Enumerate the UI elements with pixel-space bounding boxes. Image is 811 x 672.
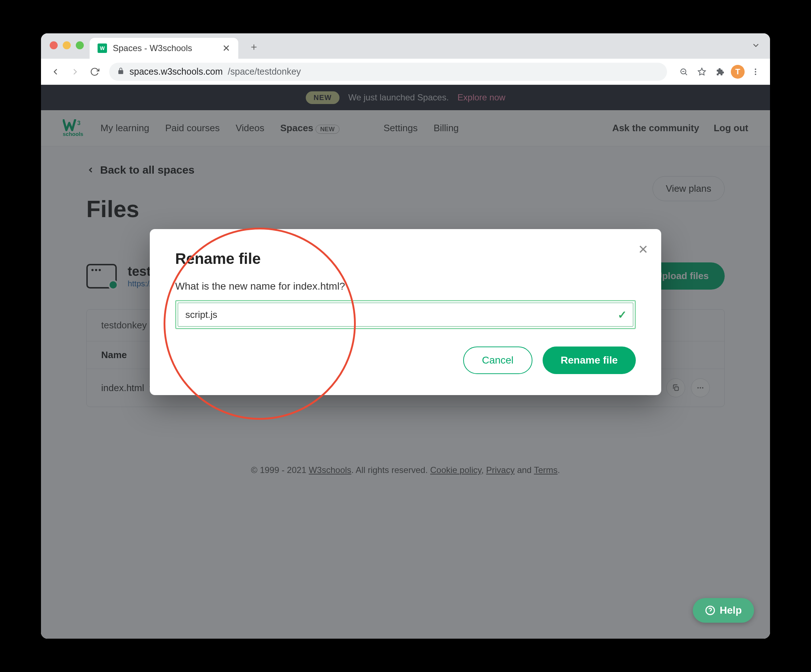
footer: © 1999 - 2021 W3schools. All rights rese… bbox=[87, 465, 724, 475]
footer-cookie-link[interactable]: Cookie policy bbox=[430, 465, 481, 475]
top-nav: 3 schools My learning Paid courses Video… bbox=[41, 110, 770, 146]
logo[interactable]: 3 schools bbox=[63, 119, 85, 137]
announcement-banner: NEW We just launched Spaces. Explore now bbox=[41, 85, 770, 110]
bookmark-star-icon[interactable] bbox=[695, 64, 709, 79]
modal-close-button[interactable]: ✕ bbox=[638, 242, 648, 257]
new-badge: NEW bbox=[306, 91, 340, 104]
close-window-button[interactable] bbox=[50, 41, 58, 49]
space-window-icon bbox=[87, 264, 117, 288]
new-tab-button[interactable]: ＋ bbox=[247, 40, 261, 54]
w3-logo-icon: 3 bbox=[63, 119, 85, 132]
rename-file-button[interactable]: Rename file bbox=[543, 347, 636, 374]
banner-link[interactable]: Explore now bbox=[457, 92, 505, 103]
nav-paid-courses[interactable]: Paid courses bbox=[165, 122, 219, 134]
nav-back-button[interactable] bbox=[48, 64, 63, 79]
page-title: Files bbox=[87, 196, 139, 223]
svg-point-11 bbox=[700, 387, 701, 389]
favicon-icon: W bbox=[98, 44, 107, 53]
help-icon bbox=[705, 605, 715, 616]
nav-logout[interactable]: Log out bbox=[714, 122, 748, 134]
nav-spaces[interactable]: SpacesNEW bbox=[280, 122, 339, 134]
logo-subtext: schools bbox=[63, 131, 83, 137]
footer-brand-link[interactable]: W3schools bbox=[309, 465, 351, 475]
kebab-menu-icon[interactable] bbox=[748, 64, 763, 79]
banner-text: We just launched Spaces. bbox=[348, 92, 449, 103]
rename-input-wrapper: ✓ bbox=[175, 300, 636, 329]
nav-my-learning[interactable]: My learning bbox=[100, 122, 149, 134]
chevron-left-icon bbox=[87, 166, 95, 174]
url-path: /space/testdonkey bbox=[228, 66, 301, 77]
tab-title: Spaces - W3schools bbox=[113, 43, 217, 53]
extensions-icon[interactable] bbox=[713, 64, 727, 79]
copy-file-button[interactable] bbox=[666, 378, 685, 397]
cancel-button[interactable]: Cancel bbox=[463, 347, 533, 374]
url-domain: spaces.w3schools.com bbox=[129, 66, 223, 77]
footer-privacy-link[interactable]: Privacy bbox=[486, 465, 515, 475]
omnibox[interactable]: spaces.w3schools.com/space/testdonkey bbox=[109, 63, 667, 81]
nav-videos[interactable]: Videos bbox=[236, 122, 265, 134]
svg-point-12 bbox=[702, 387, 704, 389]
nav-settings[interactable]: Settings bbox=[384, 122, 418, 134]
address-bar: spaces.w3schools.com/space/testdonkey T bbox=[41, 59, 770, 85]
view-plans-button[interactable]: View plans bbox=[653, 176, 724, 201]
rename-input[interactable] bbox=[178, 303, 633, 327]
window-controls bbox=[50, 41, 84, 49]
lock-icon bbox=[117, 66, 124, 77]
footer-terms-link[interactable]: Terms bbox=[534, 465, 558, 475]
svg-point-5 bbox=[755, 71, 756, 73]
valid-check-icon: ✓ bbox=[618, 308, 627, 321]
modal-question: What is the new name for index.html? bbox=[175, 281, 636, 292]
svg-point-6 bbox=[755, 74, 756, 75]
svg-point-10 bbox=[697, 387, 699, 389]
nav-new-pill: NEW bbox=[316, 125, 339, 134]
rename-modal: ✕ Rename file What is the new name for i… bbox=[150, 229, 661, 395]
nav-billing[interactable]: Billing bbox=[433, 122, 458, 134]
modal-title: Rename file bbox=[175, 250, 636, 267]
browser-tab[interactable]: W Spaces - W3schools ✕ bbox=[90, 38, 238, 59]
more-actions-button[interactable] bbox=[691, 378, 710, 397]
close-tab-icon[interactable]: ✕ bbox=[222, 43, 230, 54]
help-widget[interactable]: Help bbox=[693, 598, 754, 623]
maximize-window-button[interactable] bbox=[76, 41, 84, 49]
svg-marker-3 bbox=[698, 68, 706, 75]
nav-community[interactable]: Ask the community bbox=[612, 122, 699, 134]
back-link[interactable]: Back to all spaces bbox=[87, 164, 724, 176]
svg-text:3: 3 bbox=[77, 120, 80, 126]
reload-button[interactable] bbox=[87, 64, 102, 79]
nav-forward-button[interactable] bbox=[68, 64, 82, 79]
browser-window: W Spaces - W3schools ✕ ＋ spaces.w3school… bbox=[41, 33, 770, 639]
browser-tabbar: W Spaces - W3schools ✕ ＋ bbox=[41, 33, 770, 59]
svg-rect-9 bbox=[675, 387, 678, 390]
minimize-window-button[interactable] bbox=[63, 41, 71, 49]
svg-line-1 bbox=[685, 73, 687, 75]
svg-point-4 bbox=[755, 68, 756, 70]
tab-overflow-icon[interactable] bbox=[751, 41, 760, 52]
profile-avatar[interactable]: T bbox=[731, 65, 745, 79]
zoom-icon[interactable] bbox=[677, 64, 691, 79]
